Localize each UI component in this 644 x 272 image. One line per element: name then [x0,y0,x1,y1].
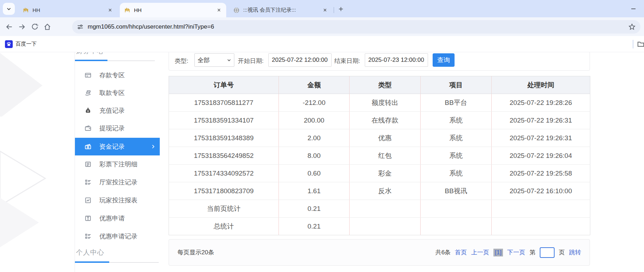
cell-amount: 1.61 [279,182,350,200]
forward-button[interactable] [16,20,28,33]
cell-type: 红包 [350,147,421,165]
checklist-icon [84,179,92,186]
cell-empty [492,200,590,218]
sidebar-item-withdraw-zone[interactable]: 取款专区 [75,84,160,102]
cell-time: 2025-07-22 19:26:31 [492,112,590,129]
sidebar-item-withdrawal-records[interactable]: 提现记录 [75,119,160,137]
cell-order: 1753174334092572 [169,165,279,182]
end-date-input[interactable] [365,53,428,67]
cell-time: 2025-07-22 19:26:04 [492,147,590,165]
sidebar-item-room-bet-records[interactable]: 厅室投注记录 [75,173,160,191]
wallet-icon [84,125,92,132]
sidebar-item-recharge-records[interactable]: 充值记录 [75,102,160,119]
cell-empty [492,218,590,235]
sidebar-item-label: 充值记录 [99,106,125,115]
sidebar-item-label: 取款专区 [99,89,125,97]
browser-toolbar: mgm1065.com/hhcp/usercenter.html?iniType… [0,17,644,36]
first-page-link[interactable]: 首页 [455,248,467,256]
table-summary-row-total: 总统计0.21 [169,218,590,235]
sidebar-item-label: 提现记录 [99,124,125,132]
table-row: 17531835913483892.00优惠系统2025-07-22 19:26… [169,129,590,147]
jump-page-input[interactable] [540,247,555,258]
sidebar-item-promo-apply-records[interactable]: 优惠申请记录 [75,227,160,245]
chevron-right-icon [151,144,156,149]
col-header-order: 订单号 [169,76,279,94]
prev-page-link[interactable]: 上一页 [471,248,489,256]
cell-time: 2025-07-22 19:25:58 [492,165,590,182]
bookmark-baidu[interactable]: 百度一下 [5,40,37,48]
cell-project: 系统 [421,147,492,165]
cell-order: 1753183564249852 [169,147,279,165]
tab-close-icon[interactable] [216,7,222,13]
back-button[interactable] [3,20,16,33]
search-button[interactable]: 查询 [433,53,455,67]
pagination-bar: 每页显示20条 共6条 首页 上一页 [1] 下一页 第 页 跳转 [169,239,590,266]
sidebar-item-fund-records[interactable]: 资金记录 [75,138,160,155]
gift-icon [84,215,92,222]
cell-type: 在线存款 [350,112,421,129]
page-size-text: 每页显示20条 [177,248,214,256]
cell-project: 系统 [421,112,492,129]
cell-amount: 0.21 [279,218,350,235]
cell-amount: -212.00 [279,94,350,112]
table-row: 17531718008237091.61反水BB视讯2025-07-22 16:… [169,182,590,200]
sidebar-item-player-bet-report[interactable]: 玩家投注报表 [75,191,160,209]
tab-divider [334,7,334,13]
sidebar-item-label: 厅室投注记录 [99,178,137,187]
tab-close-icon[interactable] [107,7,113,13]
bookmarks-divider [633,40,633,48]
tab-3[interactable]: :::视讯 会员下注纪录::: [229,3,332,17]
col-header-project: 项目 [421,76,492,94]
next-page-link[interactable]: 下一页 [507,248,525,256]
background-decoration [0,198,42,247]
background-decoration [0,53,46,117]
tab-1[interactable]: HH [18,3,117,17]
bookmarks-folder-icon[interactable] [637,40,644,48]
type-label: 类型: [175,57,188,65]
cash-icon [84,143,92,150]
sidebar-item-deposit-zone[interactable]: 存款专区 [75,66,160,84]
cell-order: 1753183705811277 [169,94,279,112]
bookmark-star-icon[interactable] [628,23,636,30]
reload-button[interactable] [28,20,41,33]
jump-suffix-label: 页 [559,248,565,256]
omnibox[interactable]: mgm1065.com/hhcp/usercenter.html?iniType… [72,20,640,34]
tab-2-active[interactable]: HH [120,3,226,17]
tab-close-icon[interactable] [322,7,328,13]
sidebar-item-promo-apply[interactable]: 优惠申请 [75,209,160,227]
cell-summary-label: 当前页统计 [169,200,279,218]
cell-empty [350,200,421,218]
site-logo-icon [124,7,130,13]
cell-amount: 0.21 [279,200,350,218]
table-summary-row-page: 当前页统计0.21 [169,200,590,218]
bookmark-label: 百度一下 [16,41,37,47]
sidebar-item-label: 玩家投注报表 [99,196,137,205]
url-text: mgm1065.com/hhcp/usercenter.html?iniType… [88,23,625,30]
total-count-text: 共6条 [435,248,451,256]
col-header-time: 处理时间 [492,76,590,94]
tab-search-button[interactable] [3,3,15,15]
sidebar-item-label: 资金记录 [99,142,125,151]
sidebar-item-lottery-bet-details[interactable]: 彩票下注明细 [75,155,160,173]
type-select-value: 全部 [198,56,210,64]
home-button[interactable] [41,20,54,33]
cell-project: BB平台 [421,94,492,112]
window-minimize-button[interactable] [628,4,638,13]
fund-records-table: 订单号 金额 类型 项目 处理时间 1753183705811277-212.0… [169,76,590,235]
col-header-type: 类型 [350,76,421,94]
cell-time: 2025-07-22 19:26:31 [492,129,590,147]
site-logo-icon [23,7,29,13]
cell-time: 2025-07-22 16:10:00 [492,182,590,200]
col-header-amount: 金额 [279,76,350,94]
new-tab-button[interactable] [336,5,345,13]
cell-type: 反水 [350,182,421,200]
checklist-icon [84,233,92,240]
jump-button[interactable]: 跳转 [569,248,581,256]
type-select[interactable]: 全部 [194,53,234,67]
bookmarks-bar: 百度一下 [0,36,644,52]
browser-window: 财务中心 存款专区 取款专区 充值记录 提现记录 资金记 [0,0,644,272]
start-date-input[interactable] [268,53,332,67]
tab-title: HH [33,7,104,13]
cell-time: 2025-07-22 19:28:26 [492,94,590,112]
cell-type: 额度转出 [350,94,421,112]
